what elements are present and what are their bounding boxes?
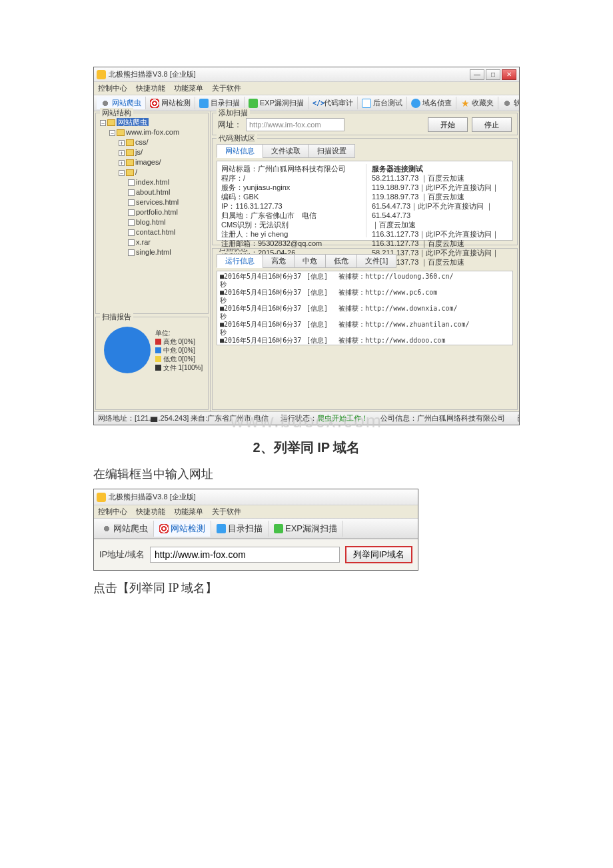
app-small-window: 北极熊扫描器V3.8 [企业版] 控制中心 快捷功能 功能菜单 关于软件 网站爬… [93, 489, 418, 571]
tree-file[interactable]: contact.html [136, 228, 175, 236]
tool-spider-label: 网站爬虫 [112, 98, 141, 108]
menu-func[interactable]: 功能菜单 [174, 84, 203, 92]
tab-fileread[interactable]: 文件读取 [263, 144, 309, 158]
tool-detect[interactable]: 网站检测 [146, 97, 195, 109]
app-title: 北极熊扫描器V3.8 [企业版] [109, 69, 196, 79]
folder-icon [126, 169, 134, 176]
tree-file[interactable]: portfolio.html [136, 208, 178, 216]
folder-icon [126, 139, 134, 146]
tab-high[interactable]: 高危 [263, 254, 295, 268]
tree-file[interactable]: services.html [136, 198, 179, 206]
menu-quick[interactable]: 快捷功能 [136, 84, 165, 92]
menu-about[interactable]: 关于软件 [212, 84, 241, 92]
tool-detect-label: 网站检测 [171, 523, 205, 535]
file-icon [128, 219, 135, 226]
menu-quick[interactable]: 快捷功能 [136, 507, 165, 515]
code-test-group: 代码测试区 网站信息 文件读取 扫描设置 网站标题：广州白狐网络科技有限公司 程… [212, 138, 518, 245]
tree-file[interactable]: index.html [136, 178, 169, 186]
folder-icon [217, 524, 226, 533]
tool-exp[interactable]: EXP漏洞扫描 [245, 97, 308, 109]
admin-icon [362, 99, 371, 108]
app-title: 北极熊扫描器V3.8 [企业版] [109, 492, 196, 502]
tree-folder[interactable]: js/ [135, 148, 143, 156]
folder-icon [107, 119, 115, 126]
tool-admin[interactable]: 后台测试 [358, 97, 407, 109]
tool-dirscan[interactable]: 目录扫描 [211, 521, 269, 537]
stop-button[interactable]: 停止 [472, 117, 512, 132]
close-button[interactable]: ✕ [502, 69, 516, 80]
titlebar[interactable]: 北极熊扫描器V3.8 [企业版] [94, 489, 418, 505]
tree-file[interactable]: x.rar [136, 238, 151, 246]
file-icon [128, 189, 135, 196]
menu-func[interactable]: 功能菜单 [174, 507, 203, 515]
legend-file: 文件 1[100%] [163, 363, 203, 372]
tool-dirscan-label: 目录扫描 [228, 523, 263, 535]
tree-collapse-icon[interactable]: − [109, 130, 115, 136]
minimize-button[interactable]: — [470, 69, 484, 80]
tree-folder[interactable]: images/ [135, 158, 161, 166]
tool-fav[interactable]: ★收藏夹 [456, 97, 498, 109]
report-legend: 单位: 高危 0[0%] 中危 0[0%] 低危 0[0%] 文件 1[100%… [155, 329, 203, 372]
tool-exp-label: EXP漏洞扫描 [260, 98, 304, 108]
tree-domain[interactable]: www.im-fox.com [126, 128, 179, 136]
url-input[interactable] [246, 118, 344, 131]
spider-icon [102, 524, 111, 533]
tool-fav-label: 收藏夹 [472, 98, 494, 108]
tree-expand-icon[interactable]: + [119, 140, 125, 146]
legend-unit: 单位: [155, 329, 171, 337]
folder-icon [126, 149, 134, 156]
spider-icon [101, 99, 110, 108]
tree-expand-icon[interactable]: + [119, 150, 125, 156]
menu-control[interactable]: 控制中心 [98, 507, 127, 515]
folder-icon [126, 159, 134, 166]
tree-root[interactable]: 网站爬虫 [117, 118, 149, 126]
tab-mid[interactable]: 中危 [294, 254, 326, 268]
code-test-title: 代码测试区 [217, 133, 257, 143]
watermark-text: www.bdocx.com [93, 411, 520, 432]
tab-scanset[interactable]: 扫描设置 [308, 144, 355, 158]
tree-file[interactable]: about.html [136, 188, 170, 196]
file-icon [128, 199, 135, 206]
tab-low[interactable]: 低危 [325, 254, 357, 268]
file-icon [128, 239, 135, 246]
legend-mid: 中危 0[0%] [163, 346, 195, 355]
tool-settings[interactable]: 软件设置 [498, 97, 519, 109]
ip-input[interactable] [150, 547, 340, 563]
target-icon [150, 99, 159, 108]
menu-about[interactable]: 关于软件 [212, 507, 241, 515]
tree-folder[interactable]: css/ [135, 138, 149, 146]
tool-code[interactable]: </>代码审计 [308, 97, 358, 109]
tool-spider[interactable]: 网站爬虫 [97, 521, 154, 537]
start-button[interactable]: 开始 [428, 117, 468, 132]
tree-folder[interactable]: / [135, 168, 137, 176]
tree-collapse-icon[interactable]: − [100, 120, 106, 126]
tree-expand-icon[interactable]: + [119, 160, 125, 166]
file-icon [128, 229, 135, 236]
tree-file[interactable]: blog.html [136, 218, 166, 226]
tab-run[interactable]: 运行信息 [217, 254, 263, 268]
tree-collapse-icon[interactable]: − [119, 170, 125, 176]
tree-file[interactable]: single.html [136, 248, 171, 256]
doc-paragraph-1: 在编辑框当中输入网址 [93, 466, 520, 482]
site-struct-title: 网站结构 [100, 108, 133, 118]
scan-status-title: 扫描状态 [217, 248, 250, 253]
tool-admin-label: 后台测试 [373, 98, 402, 108]
titlebar[interactable]: 北极熊扫描器V3.8 [企业版] — □ ✕ [94, 67, 519, 82]
tool-domain[interactable]: 域名侦查 [407, 97, 456, 109]
tool-detect[interactable]: 网站检测 [154, 521, 211, 537]
maximize-button[interactable]: □ [486, 69, 500, 80]
tab-file[interactable]: 文件[1] [356, 254, 396, 268]
file-icon [128, 179, 135, 186]
tab-siteinfo[interactable]: 网站信息 [217, 144, 263, 158]
bug-icon [274, 524, 283, 533]
legend-swatch-mid [155, 347, 161, 353]
tool-exp-label: EXP漏洞扫描 [285, 523, 337, 535]
app-icon [97, 493, 106, 502]
site-tree[interactable]: −网站爬虫 −www.im-fox.com +css/ +js/ +images… [99, 115, 205, 308]
list-same-ip-button[interactable]: 列举同IP域名 [345, 546, 412, 563]
toolbar: 网站爬虫 网站检测 目录扫描 EXP漏洞扫描 </>代码审计 后台测试 域名侦查… [94, 95, 519, 111]
run-log[interactable]: ■2016年5月4日16时6分37秒[信息]被捕获：http://loudong… [217, 271, 513, 345]
menu-control[interactable]: 控制中心 [98, 84, 127, 92]
gear-icon [502, 99, 512, 108]
tool-exp[interactable]: EXP漏洞扫描 [269, 521, 343, 537]
